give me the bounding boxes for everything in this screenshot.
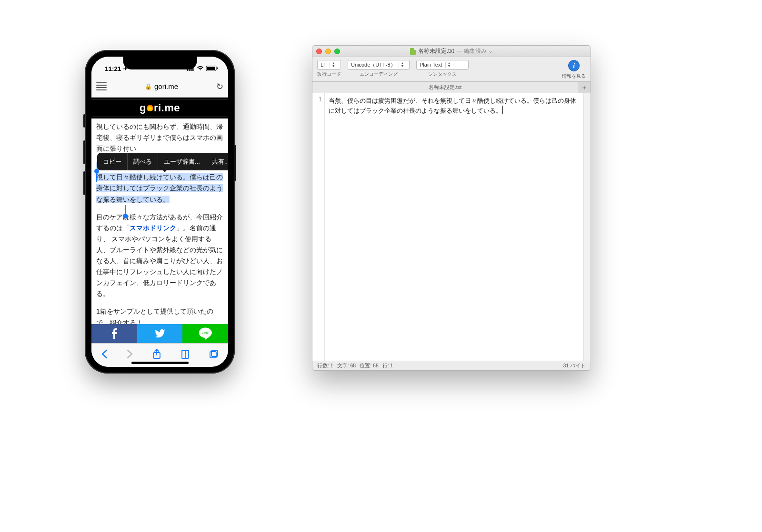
status-row: 行: 1 — [382, 363, 393, 369]
share-button[interactable] — [152, 349, 161, 362]
info-button[interactable]: i — [568, 60, 580, 71]
text-area[interactable]: 当然、僕らの目は疲労困憊だが、それを無視して日々酷使し続けている。僕らは己の身体… — [325, 93, 583, 361]
editor-body: 1 当然、僕らの目は疲労困憊だが、それを無視して日々酷使し続けている。僕らは己の… — [312, 93, 591, 361]
status-lines: 行数: 1 — [317, 363, 333, 369]
line-ending-select[interactable]: LF ▲▼ — [317, 60, 341, 69]
notch — [123, 57, 197, 69]
url-domain: gori.me — [154, 82, 178, 90]
selection-handle-end[interactable] — [123, 214, 128, 218]
reload-button[interactable]: ↻ — [216, 81, 223, 92]
status-chars: 文字: 68 — [337, 363, 356, 369]
window-titlebar[interactable]: 名称未設定.txt — 編集済み ⌄ — [312, 46, 591, 57]
text-cursor — [502, 106, 503, 114]
bookmarks-button[interactable] — [180, 349, 190, 361]
paragraph-1: 視しているのにも関わらず、通勤時間、帰宅後、寝るギリギリまで僕らはスマホの画面に… — [96, 121, 223, 154]
paragraph-4: 1箱をサンプルとして提供して頂いたので、紹介する！ — [96, 306, 223, 324]
logo-flame-icon — [147, 105, 153, 111]
safari-address-bar: 🔒 gori.me ↻ — [91, 76, 228, 98]
home-indicator[interactable] — [131, 362, 189, 364]
document-text: 当然、僕らの目は疲労困憊だが、それを無視して日々酷使し続けている。僕らは己の身体… — [329, 97, 576, 114]
logo-text-right: ri.me — [154, 102, 180, 114]
iphone-device-frame: 11:21 ✈︎ 🔒 gori.me ↻ — [85, 50, 235, 374]
volume-up-button — [83, 140, 85, 164]
volume-down-button — [83, 171, 85, 195]
site-logo[interactable]: g ri.me — [140, 102, 180, 114]
share-facebook[interactable] — [91, 324, 137, 343]
mute-switch — [83, 114, 85, 128]
document-tab-bar: 名称未設定.txt + — [312, 82, 591, 93]
tab-active[interactable]: 名称未設定.txt — [312, 82, 578, 93]
svg-rect-5 — [207, 67, 215, 70]
encoding-label: エンコーディング — [360, 71, 398, 78]
window-title: 名称未設定.txt — 編集済み ⌄ — [312, 47, 591, 55]
text-editor-window: 名称未設定.txt — 編集済み ⌄ LF ▲▼ 改行コード Unicode（U… — [312, 45, 591, 371]
document-icon — [410, 48, 416, 55]
encoding-group: Unicode（UTF-8） ▲▼ エンコーディング — [348, 60, 410, 78]
iphone-screen: 11:21 ✈︎ 🔒 gori.me ↻ — [91, 57, 228, 367]
syntax-value: Plain Text — [420, 62, 442, 68]
wifi-icon — [197, 65, 204, 72]
context-copy[interactable]: コピー — [97, 153, 128, 170]
info-label: 情報を見る — [562, 73, 586, 79]
paragraph-3: 目のケアは様々な方法があるが、今回紹介するのは「スマホドリンク」。名前の通り、 … — [96, 212, 223, 300]
lock-icon: 🔒 — [145, 83, 152, 90]
share-buttons-row: LINE — [91, 324, 228, 343]
share-twitter[interactable] — [137, 324, 183, 343]
battery-icon — [206, 65, 218, 72]
combo-arrows-icon: ▲▼ — [399, 62, 404, 68]
status-time: 11:21 — [105, 65, 121, 72]
line-ending-group: LF ▲▼ 改行コード — [317, 60, 341, 78]
context-menu-pointer — [161, 168, 169, 172]
line-ending-label: 改行コード — [317, 71, 341, 78]
context-lookup[interactable]: 調べる — [128, 153, 158, 170]
new-tab-button[interactable]: + — [578, 82, 591, 93]
syntax-select[interactable]: Plain Text ▲▼ — [416, 60, 469, 69]
reader-view-button[interactable] — [96, 80, 107, 92]
context-share[interactable]: 共有... — [206, 153, 228, 170]
svg-rect-9 — [210, 352, 216, 358]
article-body[interactable]: 視しているのにも関わらず、通勤時間、帰宅後、寝るギリギリまで僕らはスマホの画面に… — [91, 118, 228, 324]
line-number-1: 1 — [312, 96, 322, 103]
vertical-scrollbar[interactable] — [583, 93, 591, 361]
editor-status-bar: 行数: 1 文字: 68 位置: 68 行: 1 31 バイト — [312, 361, 591, 370]
tabs-button[interactable] — [209, 349, 219, 361]
line-number-gutter: 1 — [312, 93, 325, 361]
syntax-label: シンタックス — [428, 71, 457, 78]
svg-text:LINE: LINE — [202, 331, 210, 335]
combo-arrows-icon: ▲▼ — [330, 62, 335, 68]
svg-rect-6 — [217, 67, 218, 69]
encoding-select[interactable]: Unicode（UTF-8） ▲▼ — [348, 60, 410, 69]
status-bytes: 31 バイト — [563, 363, 586, 369]
logo-text-left: g — [140, 102, 146, 114]
combo-arrows-icon: ▲▼ — [445, 62, 451, 68]
nav-back-button[interactable] — [101, 349, 108, 361]
p3-text-b: 」。名前の通り、 スマホやパソコンをよく使用する人、ブルーライトや紫外線などの光… — [96, 224, 223, 298]
editor-toolbar: LF ▲▼ 改行コード Unicode（UTF-8） ▲▼ エンコーディング P… — [312, 57, 591, 82]
info-group: i 情報を見る — [562, 60, 586, 79]
nav-forward-button[interactable] — [127, 349, 133, 361]
share-line[interactable]: LINE — [182, 324, 228, 343]
address-field[interactable]: 🔒 gori.me — [110, 82, 212, 90]
tab-title: 名称未設定.txt — [429, 84, 462, 91]
line-ending-value: LF — [321, 62, 327, 68]
encoding-value: Unicode（UTF-8） — [351, 61, 396, 69]
window-title-filename: 名称未設定.txt — [418, 47, 454, 55]
window-title-edited[interactable]: — 編集済み ⌄ — [457, 47, 493, 55]
svg-rect-10 — [211, 350, 218, 356]
status-pos: 位置: 68 — [360, 363, 379, 369]
syntax-group: Plain Text ▲▼ シンタックス — [416, 60, 469, 78]
side-button — [234, 145, 236, 181]
product-link[interactable]: スマホドリンク — [130, 224, 176, 232]
site-header: g ri.me — [91, 98, 228, 118]
